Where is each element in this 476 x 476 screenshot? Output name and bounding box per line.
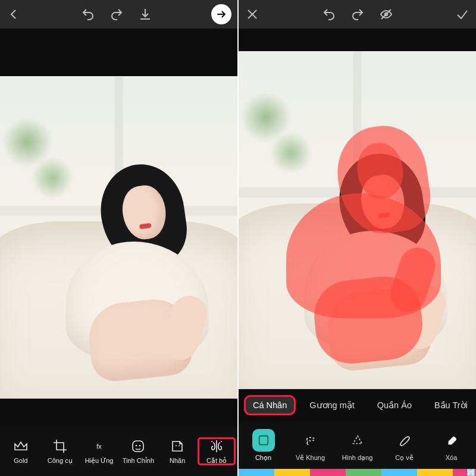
chip-guongmat[interactable]: Gương mặt [301, 396, 363, 415]
tool-label: Cắt bỏ [206, 457, 227, 465]
eye-off-icon[interactable] [378, 7, 394, 22]
drawtool-label: Cọ vẽ [395, 454, 414, 462]
chip-bautroi[interactable]: Bầu Trời [426, 396, 476, 415]
tool-nhan[interactable]: Nhãn [159, 438, 196, 464]
tool-label: Tinh Chỉnh [123, 457, 154, 465]
bottom-toolbar: Gold Công cụ fx Hiệu Ứng Tinh Chỉnh Nhãn… [0, 427, 237, 476]
ad-strip[interactable] [239, 469, 476, 476]
sticker-icon [168, 438, 186, 455]
tool-hieuung[interactable]: fx Hiệu Ứng [81, 438, 118, 465]
undo-icon[interactable] [321, 7, 337, 22]
drawtool-cove[interactable]: Cọ vẽ [384, 429, 425, 462]
drawtool-hinhdang[interactable]: Hình dạng [337, 429, 378, 462]
canvas-photo-masked[interactable] [239, 51, 476, 389]
tool-label: Hiệu Ứng [85, 457, 114, 465]
shape-dashed-icon [346, 429, 369, 452]
undo-icon[interactable] [80, 7, 96, 22]
close-icon[interactable] [245, 7, 260, 22]
drawtool-chon[interactable]: Chọn [243, 429, 284, 462]
top-toolbar [0, 0, 237, 29]
crown-icon [12, 438, 30, 455]
editor-pane-cutout: Cá Nhân Gương mặt Quần Áo Bầu Trời Chọn … [239, 0, 476, 476]
tool-congcu[interactable]: Công cụ [42, 438, 79, 465]
check-icon[interactable] [455, 7, 470, 22]
svg-point-7 [211, 441, 212, 442]
drawtool-xoa[interactable]: Xóa [431, 429, 472, 461]
top-toolbar [239, 0, 476, 29]
svg-point-5 [178, 445, 180, 446]
drawtool-label: Chọn [255, 454, 271, 462]
fx-icon: fx [90, 438, 108, 455]
auto-select-icon [252, 429, 275, 452]
drawtool-label: Xóa [446, 454, 458, 461]
tool-catbo[interactable]: Cắt bỏ [198, 438, 235, 465]
canvas-letterbox-top [0, 29, 237, 76]
svg-point-6 [221, 441, 222, 442]
svg-point-2 [136, 444, 137, 446]
cutout-icon [208, 438, 226, 455]
drawtool-vekhung[interactable]: Vẽ Khung [290, 429, 331, 462]
chip-quanao[interactable]: Quần Áo [369, 396, 420, 415]
redo-icon[interactable] [109, 7, 124, 22]
tool-label: Gold [14, 457, 27, 464]
drawtool-label: Vẽ Khung [296, 454, 325, 462]
chip-canhan[interactable]: Cá Nhân [245, 396, 295, 415]
tool-label: Nhãn [170, 457, 185, 464]
tool-gold[interactable]: Gold [2, 438, 39, 464]
drawtool-label: Hình dạng [342, 454, 373, 462]
crop-icon [51, 438, 69, 455]
svg-point-13 [262, 437, 264, 440]
canvas-letterbox-top [239, 29, 476, 51]
download-icon[interactable] [137, 7, 153, 22]
tool-label: Công cụ [48, 457, 73, 465]
canvas-letterbox-bottom [0, 399, 237, 427]
editor-pane-main: Gold Công cụ fx Hiệu Ứng Tinh Chỉnh Nhãn… [0, 0, 237, 476]
next-button[interactable] [211, 4, 231, 24]
brush-icon [393, 429, 416, 452]
eraser-icon [440, 429, 463, 452]
category-chipbar: Cá Nhân Gương mặt Quần Áo Bầu Trời [239, 389, 476, 421]
svg-point-3 [139, 444, 141, 446]
back-icon[interactable] [6, 7, 21, 22]
face-adjust-icon [129, 438, 147, 455]
lasso-icon [299, 429, 322, 452]
redo-icon[interactable] [350, 7, 365, 22]
tool-tinhchinh[interactable]: Tinh Chỉnh [120, 438, 156, 465]
svg-point-4 [176, 445, 177, 446]
canvas-photo[interactable] [0, 76, 237, 399]
selection-toolbar: Chọn Vẽ Khung Hình dạng Cọ vẽ Xóa [239, 421, 476, 469]
